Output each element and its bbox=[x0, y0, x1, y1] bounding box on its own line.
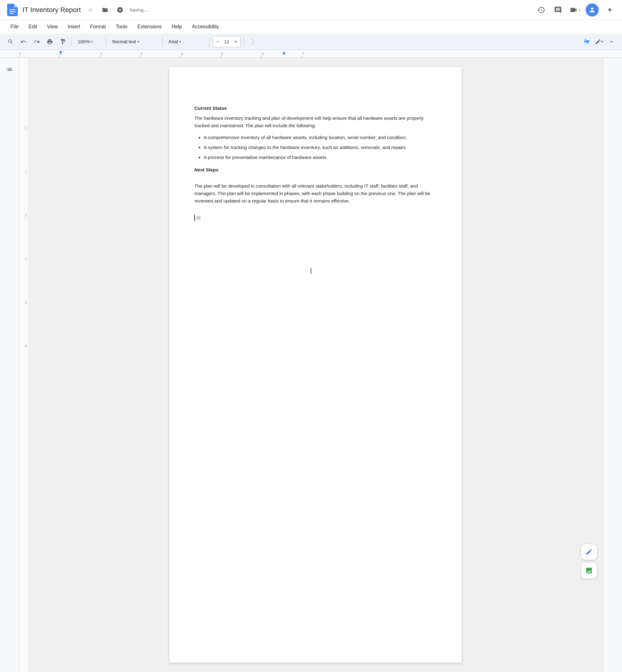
bullet-item-1: A comprehensive inventory of all hardwar… bbox=[204, 134, 437, 141]
menu-edit[interactable]: Edit bbox=[24, 22, 42, 31]
more-toolbar-button[interactable]: ⋮ bbox=[247, 36, 258, 47]
spellcheck-button[interactable] bbox=[581, 36, 592, 47]
menu-file[interactable]: File bbox=[6, 22, 23, 31]
toolbar-sep-5 bbox=[244, 37, 244, 46]
doc-title[interactable]: IT Inventory Report bbox=[23, 6, 81, 14]
bullet-item-2: A system for tracking changes to the har… bbox=[204, 144, 437, 151]
image-floating-button[interactable] bbox=[581, 563, 597, 579]
avatar[interactable] bbox=[585, 3, 599, 17]
decrease-font-button[interactable]: − bbox=[214, 37, 221, 46]
ruler-container: 1 1 2 3 4 5 6 7 bbox=[0, 50, 622, 58]
page-numbers-sidebar: 1 2 3 4 5 6 bbox=[19, 58, 28, 672]
floating-action-buttons bbox=[581, 544, 597, 579]
comment-button[interactable] bbox=[552, 4, 564, 16]
page-mark-4: 4 bbox=[25, 257, 27, 301]
zoom-chevron: ▾ bbox=[91, 39, 93, 44]
right-sidebar bbox=[603, 58, 622, 672]
font-selector[interactable]: Arial ▾ bbox=[166, 36, 206, 47]
bullet-item-3: A process for preventative maintenance o… bbox=[204, 154, 437, 161]
star-button[interactable]: ☆ bbox=[84, 4, 96, 15]
ruler-right-side bbox=[603, 50, 622, 58]
menu-extensions[interactable]: Extensions bbox=[133, 22, 166, 31]
page-mark-3: 3 bbox=[25, 213, 27, 257]
title-left: IT Inventory Report ☆ Saving… bbox=[6, 4, 148, 16]
page-mark-6: 6 bbox=[25, 344, 27, 388]
menu-view[interactable]: View bbox=[43, 22, 62, 31]
toolbar: 100% ▾ Normal text ▾ Arial ▾ − + ⋮ ▾ bbox=[0, 34, 622, 50]
history-button[interactable] bbox=[535, 4, 547, 16]
ruler-left-side bbox=[0, 50, 19, 58]
menu-accessibility[interactable]: Accessibility bbox=[187, 22, 223, 31]
font-chevron: ▾ bbox=[179, 39, 181, 44]
toolbar-right: ▾ bbox=[581, 36, 617, 47]
style-selector[interactable]: Normal text ▾ bbox=[109, 36, 159, 47]
svg-marker-20 bbox=[282, 51, 285, 55]
edit-floating-button[interactable] bbox=[581, 544, 597, 560]
outline-button[interactable] bbox=[3, 64, 16, 77]
video-chevron: ▾ bbox=[579, 8, 580, 11]
docs-logo[interactable] bbox=[6, 4, 19, 16]
search-toolbar-button[interactable] bbox=[5, 36, 16, 47]
svg-text:7: 7 bbox=[302, 52, 304, 56]
cursor-ibeam: I bbox=[310, 266, 312, 276]
toolbar-sep-2 bbox=[106, 37, 106, 46]
saving-status: Saving… bbox=[129, 7, 148, 12]
document-content[interactable]: Current Status The hardware inventory tr… bbox=[195, 104, 437, 222]
page-mark-5: 5 bbox=[25, 301, 27, 344]
svg-text:1: 1 bbox=[19, 52, 21, 56]
menu-insert[interactable]: Insert bbox=[63, 22, 84, 31]
page-mark-2: 2 bbox=[25, 170, 27, 213]
current-status-para: The hardware inventory tracking and plan… bbox=[195, 114, 437, 129]
menu-tools[interactable]: Tools bbox=[111, 22, 132, 31]
style-chevron: ▾ bbox=[137, 39, 139, 44]
svg-rect-2 bbox=[9, 13, 14, 14]
cloud-save-button[interactable] bbox=[114, 4, 126, 15]
next-steps-para: The plan will be developed in consultati… bbox=[195, 182, 437, 205]
doc-container[interactable]: Current Status The hardware inventory tr… bbox=[28, 58, 603, 672]
font-size-input[interactable] bbox=[221, 39, 232, 44]
at-symbol: @ bbox=[196, 214, 201, 222]
video-call-button[interactable]: ▾ bbox=[568, 4, 581, 16]
menu-format[interactable]: Format bbox=[86, 22, 110, 31]
page-mark-1: 1 bbox=[25, 126, 27, 170]
redo-button[interactable] bbox=[31, 36, 42, 47]
editing-mode-button[interactable]: ▾ bbox=[593, 36, 604, 47]
zoom-selector[interactable]: 100% ▾ bbox=[75, 36, 103, 47]
font-size-container: − + bbox=[213, 36, 241, 47]
svg-text:5: 5 bbox=[221, 52, 223, 56]
move-button[interactable] bbox=[100, 4, 111, 15]
gemini-button[interactable]: ✦ bbox=[603, 4, 616, 16]
toolbar-sep-4 bbox=[209, 37, 210, 46]
menu-bar: File Edit View Insert Format Tools Exten… bbox=[0, 20, 622, 34]
current-status-heading: Current Status bbox=[195, 104, 437, 112]
print-button[interactable] bbox=[44, 36, 55, 47]
paint-format-button[interactable] bbox=[57, 36, 68, 47]
title-right: ▾ ✦ bbox=[535, 3, 616, 17]
svg-text:3: 3 bbox=[141, 52, 142, 56]
svg-text:2: 2 bbox=[100, 52, 102, 56]
ruler: 1 1 2 3 4 5 6 7 bbox=[19, 50, 603, 58]
title-bar: IT Inventory Report ☆ Saving… ▾ ✦ bbox=[0, 0, 622, 20]
text-cursor bbox=[195, 215, 195, 221]
svg-rect-1 bbox=[9, 11, 15, 12]
svg-rect-0 bbox=[9, 9, 15, 10]
content-area: 1 2 3 4 5 6 Current Status The hardware … bbox=[0, 58, 622, 672]
toolbar-sep-3 bbox=[162, 37, 163, 46]
svg-text:4: 4 bbox=[181, 52, 183, 56]
spacer bbox=[195, 180, 437, 182]
svg-text:6: 6 bbox=[262, 52, 264, 56]
menu-help[interactable]: Help bbox=[167, 22, 186, 31]
left-sidebar bbox=[0, 58, 19, 672]
document-page[interactable]: Current Status The hardware inventory tr… bbox=[170, 67, 462, 663]
collapse-toolbar-button[interactable] bbox=[606, 36, 617, 47]
undo-button[interactable] bbox=[18, 36, 29, 47]
increase-font-button[interactable]: + bbox=[232, 37, 239, 46]
cursor-line[interactable]: @ bbox=[195, 214, 437, 222]
next-steps-heading: Next Steps bbox=[195, 166, 437, 174]
bullet-list: A comprehensive inventory of all hardwar… bbox=[204, 134, 437, 161]
